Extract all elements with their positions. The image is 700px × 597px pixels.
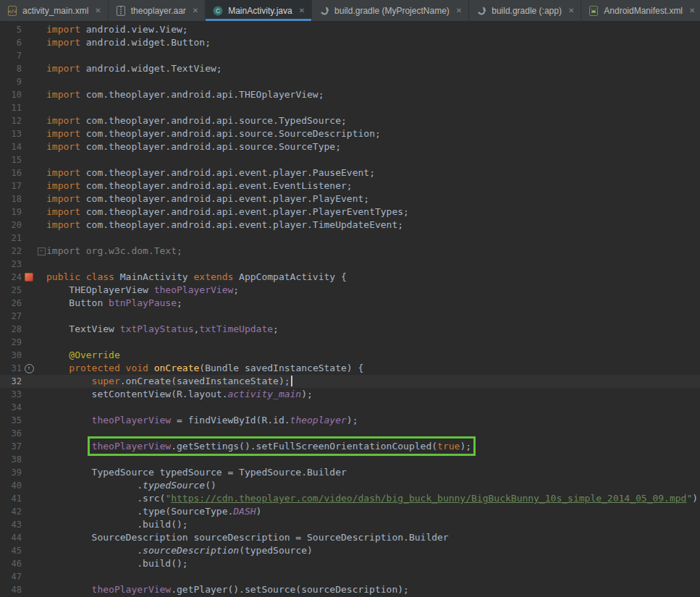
close-tab-icon[interactable]: ✕ bbox=[193, 7, 198, 14]
line-number[interactable]: 9 bbox=[0, 75, 22, 88]
code-line[interactable]: 11 bbox=[0, 101, 700, 114]
line-number[interactable]: 42 bbox=[0, 505, 22, 518]
code-line[interactable]: 40 .typedSource() bbox=[0, 479, 700, 492]
code-text[interactable]: import com.theoplayer.android.api.event.… bbox=[46, 166, 700, 179]
code-line[interactable]: 31↑ protected void onCreate(Bundle saved… bbox=[0, 362, 700, 375]
line-number[interactable]: 12 bbox=[0, 114, 22, 127]
code-line[interactable]: 42 .type(SourceType.DASH) bbox=[0, 505, 700, 518]
line-number[interactable]: 29 bbox=[0, 336, 22, 349]
code-line[interactable]: 10import com.theoplayer.android.api.THEO… bbox=[0, 88, 700, 101]
code-text[interactable]: .build(); bbox=[46, 557, 700, 570]
code-line[interactable]: 35 theoPlayerView = findViewById(R.id.th… bbox=[0, 414, 700, 427]
close-tab-icon[interactable]: ✕ bbox=[95, 7, 101, 14]
code-text[interactable]: public class MainActivity extends AppCom… bbox=[46, 271, 700, 284]
code-text[interactable]: import com.theoplayer.android.api.event.… bbox=[46, 179, 700, 192]
code-text[interactable]: theoPlayerView = findViewById(R.id.theop… bbox=[46, 414, 700, 427]
line-number[interactable]: 17 bbox=[0, 179, 22, 192]
code-text[interactable]: import android.view.View; bbox=[46, 23, 700, 36]
code-text[interactable]: import com.theoplayer.android.api.event.… bbox=[46, 219, 700, 232]
code-text[interactable]: .build(); bbox=[46, 518, 700, 531]
code-text[interactable]: TypedSource typedSource = TypedSource.Bu… bbox=[46, 466, 700, 479]
code-text[interactable]: Button btnPlayPause; bbox=[46, 297, 700, 310]
line-number[interactable]: 46 bbox=[0, 557, 22, 570]
code-text[interactable]: setContentView(R.layout.activity_main); bbox=[46, 388, 700, 401]
line-number[interactable]: 7 bbox=[0, 49, 22, 62]
code-text[interactable]: .src("https://cdn.theoplayer.com/video/d… bbox=[46, 492, 700, 505]
code-line[interactable]: 25 THEOplayerView theoPlayerView; bbox=[0, 284, 700, 297]
code-text[interactable]: import com.theoplayer.android.api.event.… bbox=[46, 192, 700, 206]
code-text[interactable]: import com.theoplayer.android.api.source… bbox=[46, 140, 700, 153]
code-line[interactable]: 18import com.theoplayer.android.api.even… bbox=[0, 192, 700, 206]
code-line[interactable]: 36 bbox=[0, 427, 700, 440]
line-number[interactable]: 34 bbox=[0, 401, 22, 414]
code-line[interactable]: 28 TextView txtPlayStatus,txtTimeUpdate; bbox=[0, 323, 700, 336]
code-text[interactable]: import com.theoplayer.android.api.THEOpl… bbox=[46, 88, 700, 101]
code-text[interactable]: @Override bbox=[46, 349, 700, 362]
line-number[interactable]: 35 bbox=[0, 414, 22, 427]
code-line[interactable]: 15 bbox=[0, 153, 700, 166]
code-line[interactable]: 6import android.widget.Button; bbox=[0, 36, 700, 49]
code-line[interactable]: 32 super.onCreate(savedInstanceState); bbox=[0, 375, 700, 388]
tab-mainactivity-java[interactable]: CMainActivity.java✕ bbox=[206, 0, 312, 21]
line-number[interactable]: 13 bbox=[0, 127, 22, 140]
line-number[interactable]: 36 bbox=[0, 427, 22, 440]
line-number[interactable]: 28 bbox=[0, 323, 22, 336]
line-number[interactable]: 48 bbox=[0, 583, 22, 596]
line-number[interactable]: 8 bbox=[0, 62, 22, 75]
line-number[interactable]: 30 bbox=[0, 349, 22, 362]
code-editor[interactable]: 5import android.view.View;6import androi… bbox=[0, 22, 700, 597]
tab-androidmanifest-xml[interactable]: AndroidManifest.xml✕ bbox=[581, 0, 700, 21]
close-tab-icon[interactable]: ✕ bbox=[689, 7, 695, 14]
code-line[interactable]: 37 theoPlayerView.getSettings().setFullS… bbox=[0, 440, 700, 453]
code-line[interactable]: 9 bbox=[0, 75, 700, 88]
code-line[interactable]: 19import com.theoplayer.android.api.even… bbox=[0, 206, 700, 219]
code-line[interactable]: 21 bbox=[0, 232, 700, 245]
code-line[interactable]: 41 .src("https://cdn.theoplayer.com/vide… bbox=[0, 492, 700, 505]
code-text[interactable]: THEOplayerView theoPlayerView; bbox=[46, 284, 700, 297]
code-line[interactable]: 34 bbox=[0, 401, 700, 414]
code-text[interactable]: .type(SourceType.DASH) bbox=[46, 505, 700, 518]
code-text[interactable]: SourceDescription sourceDescription = So… bbox=[46, 531, 700, 544]
code-line[interactable]: 47 bbox=[0, 570, 700, 583]
code-line[interactable]: 30 @Override bbox=[0, 349, 700, 362]
line-number[interactable]: 16 bbox=[0, 166, 22, 179]
code-line[interactable]: 5import android.view.View; bbox=[0, 23, 700, 36]
code-text[interactable]: theoPlayerView.getPlayer().setSource(sou… bbox=[46, 583, 700, 596]
line-number[interactable]: 47 bbox=[0, 570, 22, 583]
code-line[interactable]: 13import com.theoplayer.android.api.sour… bbox=[0, 127, 700, 140]
line-number[interactable]: 43 bbox=[0, 518, 22, 531]
line-number[interactable]: 10 bbox=[0, 88, 22, 101]
tab-theoplayer-aar[interactable]: theoplayer.aar✕ bbox=[109, 0, 206, 21]
tab-activity-main-xml[interactable]: </>activity_main.xml✕ bbox=[0, 0, 109, 21]
code-fold-marker-icon[interactable]: - bbox=[38, 247, 46, 255]
line-number[interactable]: 38 bbox=[0, 453, 22, 466]
line-number[interactable]: 32 bbox=[0, 375, 22, 388]
line-number[interactable]: 45 bbox=[0, 544, 22, 557]
tab-build-gradle-myprojectname[interactable]: build.gradle (MyProjectName)✕ bbox=[312, 0, 469, 21]
code-text[interactable]: import org.w3c.dom.Text; bbox=[46, 245, 700, 258]
line-number[interactable]: 25 bbox=[0, 284, 22, 297]
code-line[interactable]: 17import com.theoplayer.android.api.even… bbox=[0, 179, 700, 192]
code-line[interactable]: 20import com.theoplayer.android.api.even… bbox=[0, 219, 700, 232]
code-line[interactable]: 43 .build(); bbox=[0, 518, 700, 531]
code-line[interactable]: 29 bbox=[0, 336, 700, 349]
line-number[interactable]: 14 bbox=[0, 140, 22, 153]
line-number[interactable]: 37 bbox=[0, 440, 22, 453]
code-text[interactable]: import com.theoplayer.android.api.event.… bbox=[46, 206, 700, 219]
line-number[interactable]: 27 bbox=[0, 310, 22, 323]
tab-build-gradle-app[interactable]: build.gradle (:app)✕ bbox=[469, 0, 581, 21]
code-line[interactable]: 26 Button btnPlayPause; bbox=[0, 297, 700, 310]
line-number[interactable]: 24 bbox=[0, 271, 22, 284]
code-text[interactable]: .sourceDescription(typedSource) bbox=[46, 544, 700, 557]
line-number[interactable]: 26 bbox=[0, 297, 22, 310]
code-line[interactable]: 48 theoPlayerView.getPlayer().setSource(… bbox=[0, 583, 700, 596]
code-line[interactable]: 33 setContentView(R.layout.activity_main… bbox=[0, 388, 700, 401]
line-number[interactable]: 23 bbox=[0, 258, 22, 271]
line-number[interactable]: 41 bbox=[0, 492, 22, 505]
line-number[interactable]: 19 bbox=[0, 206, 22, 219]
code-line[interactable]: 7 bbox=[0, 49, 700, 62]
code-line[interactable]: 16import com.theoplayer.android.api.even… bbox=[0, 166, 700, 179]
code-text[interactable]: .typedSource() bbox=[46, 479, 700, 492]
code-line[interactable]: 45 .sourceDescription(typedSource) bbox=[0, 544, 700, 557]
code-text[interactable]: import android.widget.Button; bbox=[46, 36, 700, 49]
